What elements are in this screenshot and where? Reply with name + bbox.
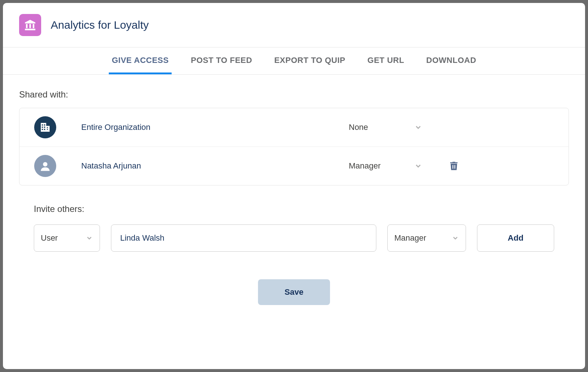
dialog-body: Shared with: Entire O	[3, 75, 585, 369]
shared-row-name: Entire Organization	[81, 123, 338, 132]
svg-rect-2	[42, 127, 43, 128]
chevron-down-icon	[452, 234, 459, 242]
role-dropdown-toggle[interactable]	[414, 123, 429, 131]
tab-bar: GIVE ACCESS POST TO FEED EXPORT TO QUIP …	[3, 47, 585, 75]
invite-role-value: Manager	[394, 233, 426, 243]
analytics-app-icon	[19, 14, 41, 36]
save-row: Save	[19, 279, 569, 305]
tab-give-access[interactable]: GIVE ACCESS	[109, 47, 172, 74]
svg-rect-4	[42, 129, 43, 130]
tab-post-to-feed[interactable]: POST TO FEED	[188, 47, 255, 74]
share-dialog: Analytics for Loyalty GIVE ACCESS POST T…	[3, 3, 585, 369]
svg-rect-1	[44, 124, 45, 125]
shared-with-list: Entire Organization None Natasha Arjunan	[19, 108, 569, 185]
shared-row-org: Entire Organization None	[19, 108, 569, 147]
trash-icon	[448, 160, 459, 172]
dialog-header: Analytics for Loyalty	[3, 3, 585, 47]
delete-share-button[interactable]	[448, 160, 459, 172]
svg-rect-0	[42, 124, 43, 125]
row-actions	[439, 160, 469, 172]
save-button[interactable]: Save	[258, 279, 330, 305]
svg-rect-5	[44, 129, 45, 130]
shared-row-user: Natasha Arjunan Manager	[19, 147, 569, 185]
shared-row-role: None	[349, 123, 404, 132]
svg-rect-9	[452, 165, 453, 169]
invite-label: Invite others:	[34, 204, 554, 214]
svg-point-8	[43, 162, 47, 167]
tab-export-to-quip[interactable]: EXPORT TO QUIP	[271, 47, 348, 74]
shared-row-role: Manager	[349, 161, 404, 171]
invite-role-select[interactable]: Manager	[387, 224, 466, 252]
tab-get-url[interactable]: GET URL	[365, 47, 407, 74]
shared-with-label: Shared with:	[19, 89, 569, 100]
svg-rect-6	[47, 127, 48, 128]
invite-type-value: User	[41, 233, 58, 243]
svg-rect-3	[44, 127, 45, 128]
invite-row: User Manager Add	[34, 224, 554, 252]
invite-section: Invite others: User Manager Add	[19, 204, 569, 252]
chevron-down-icon	[414, 162, 422, 170]
chevron-down-icon	[86, 234, 93, 242]
dialog-title: Analytics for Loyalty	[51, 19, 149, 31]
svg-rect-10	[455, 165, 455, 169]
add-button[interactable]: Add	[477, 224, 554, 252]
org-avatar	[34, 116, 56, 138]
role-dropdown-toggle[interactable]	[414, 162, 429, 170]
chevron-down-icon	[414, 123, 422, 131]
person-icon	[39, 159, 52, 173]
tab-download[interactable]: DOWNLOAD	[423, 47, 479, 74]
user-avatar	[34, 155, 56, 177]
institution-icon	[24, 19, 36, 31]
building-icon	[39, 121, 51, 134]
invite-name-input[interactable]	[111, 224, 376, 252]
invite-type-select[interactable]: User	[34, 224, 100, 252]
svg-rect-7	[47, 129, 48, 130]
shared-row-name: Natasha Arjunan	[81, 161, 338, 171]
